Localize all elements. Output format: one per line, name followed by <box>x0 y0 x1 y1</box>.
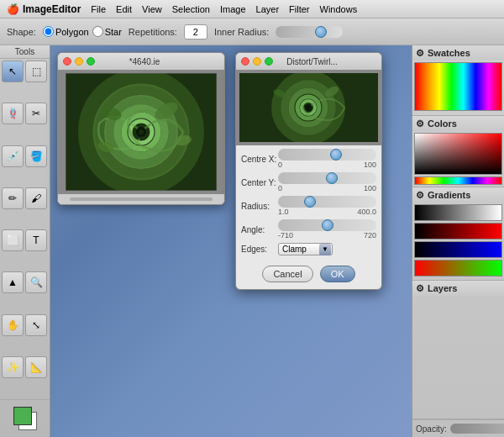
menu-filter[interactable]: Filter <box>289 4 309 14</box>
radius-row: Radius: 1.0 400.0 <box>241 196 376 216</box>
angle-slider[interactable] <box>278 219 376 231</box>
layers-area <box>412 296 504 299</box>
image-window-title: *4640.ie <box>70 57 219 66</box>
menu-selection[interactable]: Selection <box>172 4 210 14</box>
fractal-svg <box>66 73 217 191</box>
gradient-3[interactable] <box>414 241 502 258</box>
swatches-title-bar[interactable]: ⚙ Swatches <box>412 45 504 61</box>
radius-slider[interactable] <box>278 196 376 208</box>
centre-x-min: 0 <box>278 161 282 169</box>
gradient-1[interactable] <box>414 204 502 221</box>
inner-radius-label: Inner Radius: <box>214 27 269 37</box>
opacity-slider[interactable] <box>450 424 504 434</box>
gradients-title-bar[interactable]: ⚙ Gradients <box>412 187 504 203</box>
center-y-slider[interactable] <box>278 172 376 184</box>
color-spectrum[interactable] <box>414 133 502 175</box>
layers-title-bar[interactable]: ⚙ Layers <box>412 281 504 296</box>
tool-lasso[interactable]: 🪢 <box>2 103 24 124</box>
menu-view[interactable]: View <box>142 4 162 14</box>
apple-icon: 🍎 <box>7 3 19 15</box>
opacity-label: Opacity: <box>416 424 447 434</box>
angle-range: -710 720 <box>278 231 376 240</box>
tool-transform[interactable]: ⤡ <box>25 314 47 336</box>
radius-min: 1.0 <box>278 208 289 216</box>
star-option[interactable]: Star <box>92 26 122 37</box>
polygon-option[interactable]: Polygon <box>43 26 89 37</box>
inner-radius-slider[interactable] <box>276 26 343 38</box>
swatches-gradient[interactable] <box>414 62 502 111</box>
distort-dialog: Distort/Twirl... <box>235 52 382 290</box>
app-menu[interactable]: 🍎 ImageEditor <box>7 3 81 15</box>
preview-svg <box>239 73 378 142</box>
colors-title-bar[interactable]: ⚙ Colors <box>412 116 504 131</box>
colors-section: ⚙ Colors <box>412 116 504 187</box>
tool-eyedropper[interactable]: 💉 <box>2 145 24 167</box>
menu-layer[interactable]: Layer <box>256 4 280 14</box>
radius-label: Radius: <box>241 202 278 211</box>
menu-edit[interactable]: Edit <box>116 4 132 14</box>
ok-button[interactable]: OK <box>320 266 355 282</box>
menu-windows[interactable]: Windows <box>320 4 358 14</box>
repetitions-input[interactable] <box>184 24 207 39</box>
image-window-content <box>58 70 224 194</box>
swatches-section: ⚙ Swatches <box>412 45 504 116</box>
foreground-color[interactable] <box>13 407 32 425</box>
edges-select[interactable]: Clamp Wrap Smear <box>278 243 333 255</box>
colors-title: Colors <box>428 118 457 129</box>
center-y-range: 0 100 <box>278 184 376 192</box>
gradients-area <box>412 203 504 280</box>
tool-eraser[interactable]: ⬜ <box>2 229 24 251</box>
edges-label: Edges: <box>241 245 278 254</box>
gradients-gear-icon: ⚙ <box>416 190 424 201</box>
gradient-4[interactable] <box>414 260 502 276</box>
tool-pointer[interactable]: ↖ <box>2 61 24 82</box>
tool-shape[interactable]: ▲ <box>2 271 24 293</box>
cancel-button[interactable]: Cancel <box>262 266 312 282</box>
tool-measure[interactable]: 📐 <box>25 356 47 378</box>
tool-hand[interactable]: ✋ <box>2 314 24 336</box>
preview-image <box>239 73 378 142</box>
centre-x-label: Centre X: <box>241 155 278 164</box>
edges-select-wrapper: Clamp Wrap Smear ▼ <box>278 243 333 255</box>
menu-file[interactable]: File <box>91 4 106 14</box>
app-name[interactable]: ImageEditor <box>23 3 81 15</box>
centre-x-max: 100 <box>364 161 376 169</box>
menu-image[interactable]: Image <box>220 4 246 14</box>
dialog-buttons: Cancel OK <box>236 264 381 289</box>
tool-brush[interactable]: 🖌 <box>25 187 47 209</box>
angle-min: -710 <box>278 231 293 240</box>
tool-crop[interactable]: ✂ <box>25 103 47 124</box>
toolbar: Shape: Polygon Star Repetitions: Inner R… <box>0 18 504 45</box>
centre-x-range: 0 100 <box>278 161 376 169</box>
angle-row: Angle: -710 720 <box>241 219 376 240</box>
centre-x-control: 0 100 <box>278 149 376 169</box>
center-y-control: 0 100 <box>278 172 376 192</box>
distort-preview <box>236 70 381 145</box>
gradient-2[interactable] <box>414 223 502 240</box>
swatches-gear-icon: ⚙ <box>416 48 424 59</box>
fractal-image <box>66 73 217 191</box>
shape-label: Shape: <box>7 27 36 37</box>
swatches-title: Swatches <box>428 48 470 58</box>
tool-pencil[interactable]: ✏ <box>2 187 24 209</box>
angle-control: -710 720 <box>278 219 376 240</box>
color-swatch[interactable] <box>13 407 37 430</box>
distort-title: Distort/Twirl... <box>248 57 376 66</box>
center-y-min: 0 <box>278 184 282 192</box>
layers-gear-icon: ⚙ <box>416 283 424 294</box>
star-radio[interactable] <box>92 26 103 37</box>
tool-select-rect[interactable]: ⬚ <box>25 61 47 82</box>
image-window-scrollbar[interactable] <box>58 194 224 204</box>
radius-control: 1.0 400.0 <box>278 196 376 216</box>
gradients-title: Gradients <box>428 190 470 200</box>
tool-wand[interactable]: ✨ <box>2 356 24 378</box>
centre-x-slider[interactable] <box>278 149 376 161</box>
hue-bar[interactable] <box>414 176 502 185</box>
svg-point-20 <box>305 104 312 111</box>
radius-max: 400.0 <box>357 208 376 216</box>
tools-title: Tools <box>0 45 50 59</box>
tool-paint-bucket[interactable]: 🪣 <box>25 145 47 167</box>
tool-zoom[interactable]: 🔍 <box>25 271 47 293</box>
tool-text[interactable]: T <box>25 229 47 251</box>
polygon-radio[interactable] <box>43 26 54 37</box>
